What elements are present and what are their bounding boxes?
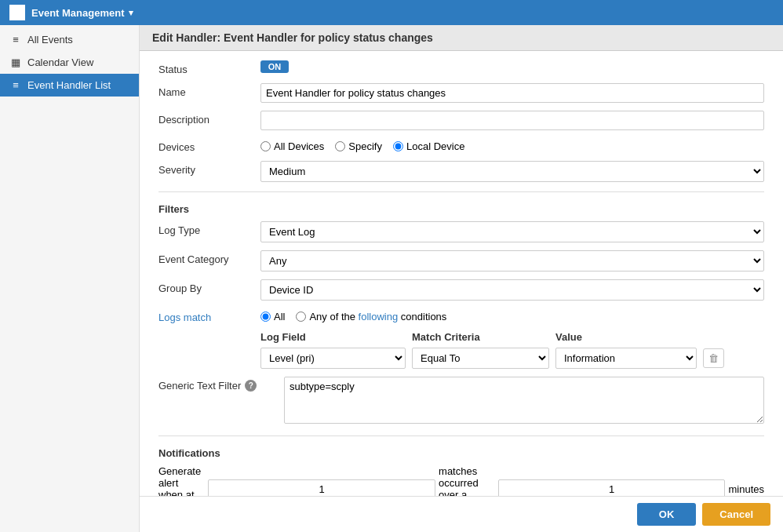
description-value [260,111,764,130]
main-content: Edit Handler: Event Handler for policy s… [140,25,783,532]
handler-list-icon: ≡ [9,79,22,91]
log-field-select[interactable]: Level (pri) Source IP Destination IP Mes… [260,348,406,369]
logs-match-all-option[interactable]: All [260,311,285,322]
devices-all-devices-option[interactable]: All Devices [260,140,324,152]
value-select[interactable]: Information Notice Warning Error Critica… [555,348,697,369]
log-type-select[interactable]: Event Log Traffic Log System Log [260,221,764,242]
generic-text-filter-value: subtype=scply [284,377,764,426]
name-row: Name [158,83,764,103]
form-area: Status ON Name Description [140,51,783,532]
description-label: Description [158,111,260,126]
status-label: Status [158,60,260,75]
calendar-icon: ▦ [9,56,22,68]
devices-local-radio[interactable] [393,141,403,151]
status-value: ON [260,60,764,73]
logs-match-row: Logs match All Any of the following cond… [158,308,764,323]
sidebar-item-calendar-view[interactable]: ▦ Calendar View [0,51,139,74]
log-type-row: Log Type Event Log Traffic Log System Lo… [158,221,764,242]
generic-text-filter-label: Generic Text Filter ? [158,377,284,392]
sidebar-label-handler-list: Event Handler List [27,79,111,91]
name-input[interactable] [260,83,764,103]
ok-button[interactable]: OK [637,503,697,526]
sidebar-label-calendar-view: Calendar View [27,56,93,68]
devices-radio-group: All Devices Specify Local Device [260,138,764,152]
sidebar-item-all-events[interactable]: ≡ All Events [0,28,139,51]
group-by-row: Group By Device ID Source IP Destination… [158,279,764,301]
status-toggle[interactable]: ON [260,60,289,73]
description-row: Description [158,111,764,130]
delete-filter-button[interactable]: 🗑 [703,348,724,368]
generic-text-filter-row: Generic Text Filter ? subtype=scply [158,377,764,426]
app-icon [9,5,25,20]
sidebar-label-all-events: All Events [27,34,73,46]
sidebar-item-event-handler-list[interactable]: ≡ Event Handler List [0,74,139,97]
app-title: Event Management [31,7,124,19]
devices-specify-option[interactable]: Specify [335,140,382,152]
event-category-row: Event Category Any Authentication System… [158,250,764,271]
logs-match-any-radio[interactable] [296,312,306,322]
devices-local-label: Local Device [406,140,464,152]
help-icon[interactable]: ? [245,380,257,392]
page-title: Edit Handler: Event Handler for policy s… [140,25,783,51]
bottom-action-bar: OK Cancel [140,496,783,532]
log-type-label: Log Type [158,221,260,236]
match-criteria-select[interactable]: Equal To Not Equal To Contains Not Conta… [412,348,549,369]
severity-row: Severity Low Medium High Critical [158,161,764,182]
group-by-select[interactable]: Device ID Source IP Destination IP [260,279,764,301]
group-by-label: Group By [158,279,260,294]
value-header: Value [555,331,697,343]
logs-match-label: Logs match [158,308,260,323]
devices-specify-label: Specify [348,140,382,152]
sidebar: ≡ All Events ▦ Calendar View ≡ Event Han… [0,25,140,532]
devices-all-radio[interactable] [260,141,271,151]
logs-match-options: All Any of the following conditions [260,308,764,322]
devices-row: Devices All Devices Specify Local Device [158,138,764,153]
generic-text-filter-input[interactable]: subtype=scply [284,377,764,424]
status-row: Status ON [158,60,764,75]
group-by-value: Device ID Source IP Destination IP [260,279,764,301]
severity-select[interactable]: Low Medium High Critical [260,161,764,182]
devices-specify-radio[interactable] [335,141,345,151]
severity-value: Low Medium High Critical [260,161,764,182]
all-events-icon: ≡ [9,34,22,46]
logs-match-all-text: All [274,311,285,322]
match-criteria-header: Match Criteria [412,331,549,343]
generate-alert-suffix: minutes [728,483,764,495]
event-category-select[interactable]: Any Authentication System VPN [260,250,764,271]
logs-match-any-option[interactable]: Any of the following conditions [296,311,446,322]
devices-local-option[interactable]: Local Device [393,140,464,152]
devices-label: Devices [158,138,260,153]
logs-match-all-radio[interactable] [260,312,271,322]
name-value [260,83,764,103]
filter-table-header: Log Field Match Criteria Value [260,331,764,343]
logs-match-any-text: Any of the following conditions [309,311,446,322]
log-field-header: Log Field [260,331,406,343]
name-label: Name [158,83,260,98]
app-menu-chevron[interactable]: ▾ [129,8,133,18]
notifications-header: Notifications [158,447,764,459]
event-category-value: Any Authentication System VPN [260,250,764,271]
filter-row: Level (pri) Source IP Destination IP Mes… [260,348,764,369]
description-input[interactable] [260,111,764,130]
cancel-button[interactable]: Cancel [702,503,770,526]
topbar: Event Management ▾ [0,0,783,25]
event-category-label: Event Category [158,250,260,265]
filters-header: Filters [158,203,764,215]
log-type-value: Event Log Traffic Log System Log [260,221,764,242]
devices-all-label: All Devices [274,140,324,152]
severity-label: Severity [158,161,260,176]
